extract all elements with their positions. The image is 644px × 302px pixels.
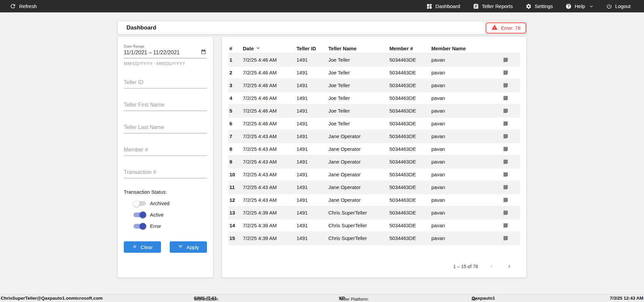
note-icon[interactable] bbox=[503, 95, 508, 101]
row-teller-name: Jane Operator bbox=[327, 133, 388, 139]
row-teller-id: 1491 bbox=[295, 159, 327, 165]
nav-item-teller-reports[interactable]: Teller Reports bbox=[473, 3, 513, 9]
current-datetime: 7/3/25 12:43 AM bbox=[610, 296, 643, 301]
nav-item-logout[interactable]: Logout bbox=[606, 3, 631, 9]
toggle-switch[interactable] bbox=[133, 201, 146, 206]
clear-button[interactable]: Clear bbox=[124, 241, 161, 253]
row-teller-id: 1491 bbox=[295, 133, 327, 139]
row-teller-id: 1491 bbox=[295, 121, 327, 126]
note-icon[interactable] bbox=[503, 235, 508, 241]
row-teller-name: Chris SuperTeller bbox=[327, 235, 388, 241]
row-teller-name: Joe Teller bbox=[327, 82, 388, 88]
row-member-number: 5034463DE bbox=[388, 57, 430, 63]
nav-item-dashboard[interactable]: Dashboard bbox=[426, 3, 460, 9]
toggle-error[interactable]: Error bbox=[133, 223, 207, 229]
note-icon[interactable] bbox=[503, 70, 508, 75]
row-member-name: pavan bbox=[430, 121, 500, 126]
error-badge[interactable]: Error: 78 bbox=[486, 22, 526, 34]
note-icon[interactable] bbox=[503, 172, 508, 177]
row-teller-id: 1491 bbox=[295, 184, 327, 190]
row-number: 14 bbox=[228, 223, 241, 228]
table-row[interactable]: 13 7/2/25 4:39 AM 1491 Chris SuperTeller… bbox=[228, 206, 520, 219]
nav-item-help[interactable]: Help bbox=[566, 3, 593, 9]
table-row[interactable]: 1 7/2/25 4:46 AM 1491 Joe Teller 5034463… bbox=[228, 54, 520, 66]
row-member-number: 5034463DE bbox=[388, 82, 430, 88]
next-page-button[interactable] bbox=[505, 262, 514, 270]
row-number: 11 bbox=[228, 184, 241, 190]
col-header-teller-name: Teller Name bbox=[327, 46, 388, 51]
refresh-label: Refresh bbox=[19, 3, 37, 9]
row-date: 7/2/25 4:46 AM bbox=[241, 57, 295, 63]
note-icon[interactable] bbox=[503, 108, 508, 114]
table-row[interactable]: 5 7/2/25 4:46 AM 1491 Joe Teller 5034463… bbox=[228, 105, 520, 117]
table-row[interactable]: 11 7/2/25 4:43 AM 1491 Jane Operator 503… bbox=[228, 181, 520, 194]
member-number-input[interactable] bbox=[124, 145, 207, 156]
note-icon[interactable] bbox=[503, 197, 508, 203]
note-icon[interactable] bbox=[503, 121, 508, 126]
note-icon[interactable] bbox=[503, 184, 508, 190]
col-header-date[interactable]: Date bbox=[241, 46, 295, 52]
logged-in-user: ChrisSuperTeller@Qaxpauto1.onmicrosoft.c… bbox=[1, 296, 103, 301]
row-date: 7/2/25 4:43 AM bbox=[241, 172, 295, 177]
nav-item-settings[interactable]: Settings bbox=[526, 3, 553, 9]
row-teller-id: 1491 bbox=[295, 108, 327, 114]
row-member-name: pavan bbox=[430, 95, 500, 101]
date-range-value: 11/1/2021 – 11/22/2021 bbox=[124, 50, 180, 56]
teller-first-name-input[interactable] bbox=[124, 101, 207, 111]
toggle-switch[interactable] bbox=[133, 213, 146, 217]
row-teller-name: Chris SuperTeller bbox=[327, 210, 388, 216]
nav-label-help: Help bbox=[575, 3, 585, 9]
toggle-label: Active bbox=[150, 212, 164, 218]
teller-last-name-input[interactable] bbox=[124, 123, 207, 133]
row-member-name: pavan bbox=[430, 172, 500, 177]
row-number: 1 bbox=[228, 57, 241, 63]
table-row[interactable]: 7 7/2/25 4:43 AM 1491 Jane Operator 5034… bbox=[228, 130, 520, 143]
table-row[interactable]: 15 7/2/25 4:39 AM 1491 Chris SuperTeller… bbox=[228, 232, 520, 245]
table-body: 1 7/2/25 4:46 AM 1491 Joe Teller 5034463… bbox=[228, 54, 520, 245]
chevron-down-icon bbox=[589, 4, 593, 8]
col-header-number: # bbox=[228, 46, 241, 51]
table-row[interactable]: 12 7/2/25 4:43 AM 1491 Jane Operator 503… bbox=[228, 194, 520, 206]
pagination-range-label: 1 – 15 of 78 bbox=[453, 264, 478, 269]
row-number: 6 bbox=[228, 121, 241, 126]
calendar-icon[interactable] bbox=[201, 49, 206, 56]
previous-page-button[interactable] bbox=[487, 262, 496, 270]
row-teller-name: Chris SuperTeller bbox=[327, 223, 388, 228]
refresh-button[interactable]: Refresh bbox=[10, 3, 37, 9]
nav-label-teller-reports: Teller Reports bbox=[482, 3, 513, 9]
table-row[interactable]: 10 7/2/25 4:43 AM 1491 Jane Operator 503… bbox=[228, 168, 520, 181]
note-icon[interactable] bbox=[503, 146, 508, 152]
date-range-field[interactable]: Date Range 11/1/2021 – 11/22/2021 MM/DD/… bbox=[124, 44, 207, 66]
table-row[interactable]: 4 7/2/25 4:46 AM 1491 Joe Teller 5034463… bbox=[228, 92, 520, 105]
teller-id-input[interactable] bbox=[124, 78, 207, 88]
help-icon bbox=[566, 3, 572, 9]
refresh-icon bbox=[10, 3, 16, 9]
row-teller-name: Jane Operator bbox=[327, 172, 388, 177]
note-icon[interactable] bbox=[503, 223, 508, 228]
note-icon[interactable] bbox=[503, 159, 508, 165]
row-member-name: pavan bbox=[430, 223, 500, 228]
row-member-name: pavan bbox=[430, 159, 500, 165]
table-row[interactable]: 3 7/2/25 4:46 AM 1491 Joe Teller 5034463… bbox=[228, 79, 520, 92]
note-icon[interactable] bbox=[503, 133, 508, 139]
toggle-archived[interactable]: Archived bbox=[133, 200, 207, 206]
table-row[interactable]: 8 7/2/25 4:43 AM 1491 Jane Operator 5034… bbox=[228, 143, 520, 156]
sort-desc-icon bbox=[256, 46, 261, 52]
table-row[interactable]: 6 7/2/25 4:46 AM 1491 Joe Teller 5034463… bbox=[228, 117, 520, 130]
apply-button[interactable]: Apply bbox=[170, 241, 207, 253]
table-row[interactable]: 14 7/2/25 4:39 AM 1491 Chris SuperTeller… bbox=[228, 219, 520, 232]
note-icon[interactable] bbox=[503, 82, 508, 88]
transaction-number-input[interactable] bbox=[124, 168, 207, 178]
fi-info: FI: Qaxpauto1 bbox=[472, 296, 495, 301]
note-icon[interactable] bbox=[503, 210, 508, 216]
row-date: 7/2/25 4:39 AM bbox=[241, 223, 295, 228]
row-member-name: pavan bbox=[430, 82, 500, 88]
table-row[interactable]: 9 7/2/25 4:43 AM 1491 Jane Operator 5034… bbox=[228, 156, 520, 168]
toggle-switch[interactable] bbox=[133, 224, 146, 229]
toggle-active[interactable]: Active bbox=[133, 212, 207, 218]
row-date: 7/2/25 4:43 AM bbox=[241, 184, 295, 190]
warning-triangle-icon bbox=[491, 24, 498, 32]
page-title: Dashboard bbox=[126, 24, 156, 31]
note-icon[interactable] bbox=[503, 57, 508, 63]
table-row[interactable]: 2 7/2/25 4:46 AM 1491 Joe Teller 5034463… bbox=[228, 66, 520, 79]
